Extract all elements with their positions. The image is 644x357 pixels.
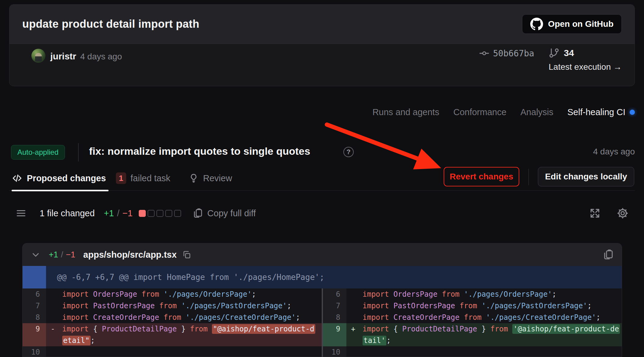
run-number: 34 [564,48,574,58]
diff-marker: - [51,323,55,335]
copy-full-diff-button[interactable]: Copy full diff [193,208,256,219]
lightbulb-icon [188,173,199,183]
nav-tab-analysis[interactable]: Analysis [521,107,553,117]
tab-proposed-label: Proposed changes [27,173,106,183]
toolbar-right-icons [589,207,629,219]
diff-row-right-9: 9import { ProductDetailPage } from '@ais… [323,323,622,346]
file-additions: +1 [49,250,58,260]
hunk-header-text: @@ -6,7 +6,7 @@ import HomePage from './… [57,273,324,282]
hunk-header: @@ -6,7 +6,7 @@ import HomePage from './… [23,266,622,288]
diff-row-right-7: 7import PastOrdersPage from './pages/Pas… [323,300,622,312]
ratio-square [165,210,172,217]
code-line: import OrdersPage from './pages/OrdersPa… [346,288,622,300]
code-line: import PastOrdersPage from './pages/Past… [346,300,622,312]
tab-review-label: Review [203,173,232,183]
nav-tab-conformance[interactable]: Conformance [453,107,506,117]
nav-tab-self-healing-label: Self-healing CI [567,107,625,117]
commit-hash: 50b667ba [493,48,534,58]
expand-fullscreen-icon[interactable] [589,207,601,219]
code-line: import { ProductDetailPage } from '@aish… [346,323,622,346]
page-title: update product detail import path [22,18,199,30]
code-line: import CreateOrderPage from './pages/Cre… [46,312,322,323]
commit-hash-group[interactable]: 50b667ba [479,48,534,58]
copy-full-diff-label: Copy full diff [207,208,256,218]
diff-toolbar: 1 file changed +1 / −1 Copy full diff [15,206,629,221]
line-number: 10 [23,346,46,357]
ratio-square-filled [139,210,146,217]
clipboard-copy-icon [193,208,203,219]
fix-section-header: Auto-applied fix: normalize import quote… [9,143,635,161]
button-divider [528,169,529,185]
active-tab-underline [12,190,109,191]
author-name: juristr [50,51,76,62]
hamburger-menu-icon[interactable] [15,208,27,218]
run-number-group[interactable]: 34 [549,48,574,58]
diff-pane-old: 6import OrdersPage from './pages/OrdersP… [23,288,322,357]
gear-settings-icon[interactable] [617,207,629,219]
auto-applied-badge: Auto-applied [11,145,65,160]
line-number: 6 [23,288,46,300]
file-path: apps/shop/src/app.tsx [83,250,177,260]
git-commit-icon [479,48,489,58]
diff-row-right-6: 6import OrdersPage from './pages/OrdersP… [323,288,622,300]
commit-card-body: juristr 4 days ago 50b667ba 34 Latest ex… [9,44,635,86]
section-divider [78,143,79,161]
diff-file-header: +1 / −1 apps/shop/src/app.tsx [23,243,622,266]
copy-icon [182,250,191,259]
code-line: import OrdersPage from './pages/OrdersPa… [46,288,322,300]
top-nav-tabs: Runs and agents Conformance Analysis Sel… [372,107,635,117]
code-line: import PastOrdersPage from './pages/Past… [46,300,322,312]
ratio-square [174,210,181,217]
tab-failed-task[interactable]: 1 failed task [116,170,170,186]
ratio-square [148,210,155,217]
diff-row-right-10: 10 [323,346,622,357]
change-ratio-squares [139,210,181,217]
diff-row-left-10: 10 [23,346,322,357]
line-number: 8 [323,312,346,323]
code-line [346,346,622,357]
clipboard-copy-icon [603,249,614,260]
active-indicator-dot [630,110,635,115]
code-line: import { ProductDetailPage } from "@aish… [46,323,322,346]
help-icon[interactable]: ? [343,147,354,157]
chevron-down-icon[interactable] [30,249,41,260]
tab-proposed-changes[interactable]: Proposed changes [12,170,106,186]
line-number: 8 [23,312,46,323]
github-icon [530,18,543,30]
avatar [31,49,45,63]
files-changed-count: 1 file changed [40,208,95,218]
fix-time: 4 days ago [593,147,635,157]
line-number: 7 [323,300,346,312]
copy-path-button[interactable] [182,250,191,259]
line-number: 6 [323,288,346,300]
edit-changes-locally-button[interactable]: Edit changes locally [538,167,634,186]
diff-file-card: +1 / −1 apps/shop/src/app.tsx @@ -6,7 +6… [22,243,622,357]
tab-review[interactable]: Review [188,170,232,186]
nav-tab-runs-and-agents[interactable]: Runs and agents [372,107,439,117]
ratio-square [156,210,163,217]
tab-failed-label: failed task [131,173,170,183]
fix-tab-bar: Proposed changes 1 failed task Review Re… [9,170,635,191]
diff-body: 6import OrdersPage from './pages/OrdersP… [23,288,622,357]
hunk-gutter-block [23,266,46,288]
nav-tab-self-healing-ci[interactable]: Self-healing CI [567,107,635,117]
failed-count-badge: 1 [116,172,126,184]
latest-execution-link[interactable]: Latest execution → [549,62,622,72]
line-number: 9 [323,323,346,346]
line-number: 9 [23,323,46,346]
diff-row-left-6: 6import OrdersPage from './pages/OrdersP… [23,288,322,300]
copy-file-diff-button[interactable] [603,249,614,260]
commit-card: update product detail import path Open o… [9,4,635,86]
diff-marker: + [351,323,355,335]
revert-changes-button[interactable]: Revert changes [444,167,519,186]
line-number: 10 [323,346,346,357]
commit-card-header: update product detail import path Open o… [9,5,635,44]
file-deletions: −1 [66,250,75,260]
code-line [46,346,322,357]
line-number: 7 [23,300,46,312]
diff-row-left-7: 7import PastOrdersPage from './pages/Pas… [23,300,322,312]
diff-pane-new: 6import OrdersPage from './pages/OrdersP… [323,288,622,357]
open-on-github-button[interactable]: Open on GitHub [522,14,622,34]
fix-title: fix: normalize import quotes to single q… [89,145,310,157]
code-line: import CreateOrderPage from './pages/Cre… [346,312,622,323]
